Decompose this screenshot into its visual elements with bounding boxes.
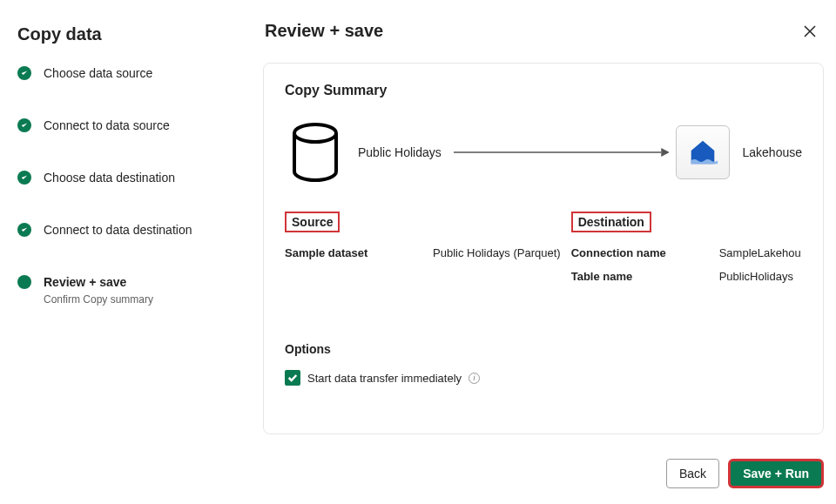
sidebar-title: Copy data <box>17 24 226 44</box>
back-button[interactable]: Back <box>666 459 719 488</box>
checkmark-icon <box>17 66 31 80</box>
footer: Back Save + Run <box>263 434 824 488</box>
start-transfer-checkbox[interactable] <box>285 370 300 386</box>
checkmark-icon <box>17 171 31 185</box>
row-value: PublicHolidays <box>719 270 793 283</box>
row-value: SampleLakehou <box>719 246 801 259</box>
row-key: Table name <box>571 270 719 283</box>
flow-diagram: Public Holidays Lakehouse <box>290 123 802 182</box>
step-label: Review + save <box>44 274 153 290</box>
step-label: Choose data source <box>44 65 152 81</box>
page-title: Review + save <box>265 21 383 41</box>
step-label: Connect to data destination <box>44 222 192 238</box>
source-row-sample-dataset: Sample dataset Public Holidays (Parquet) <box>285 246 561 259</box>
lakehouse-icon <box>676 125 730 179</box>
step-connect-data-source[interactable]: Connect to data source <box>16 118 226 170</box>
options-title: Options <box>285 342 802 356</box>
row-key: Connection name <box>571 246 719 259</box>
destination-heading: Destination <box>571 212 651 232</box>
dest-row-table: Table name PublicHolidays <box>571 270 802 283</box>
step-label: Connect to data source <box>44 118 170 133</box>
svg-marker-2 <box>661 148 670 157</box>
step-choose-data-source[interactable]: Choose data source <box>16 65 226 118</box>
svg-point-0 <box>294 124 336 142</box>
info-icon[interactable]: i <box>469 373 480 384</box>
source-label: Public Holidays <box>358 145 442 159</box>
card-title: Copy Summary <box>285 83 802 98</box>
step-connect-data-destination[interactable]: Connect to data destination <box>16 222 226 274</box>
checkmark-icon <box>17 223 31 237</box>
copy-summary-card: Copy Summary Public Holidays <box>263 63 824 434</box>
main-panel: Review + save Copy Summary Public Holida… <box>244 0 836 504</box>
checkmark-icon <box>17 118 31 132</box>
wizard-steps: Choose data source Connect to data sourc… <box>16 65 226 306</box>
save-run-button[interactable]: Save + Run <box>728 459 824 488</box>
step-choose-data-destination[interactable]: Choose data destination <box>16 170 226 222</box>
arrow-icon <box>454 146 670 158</box>
step-sublabel: Confirm Copy summary <box>44 293 153 306</box>
row-value: Public Holidays (Parquet) <box>433 246 561 259</box>
database-icon <box>290 123 340 182</box>
wizard-sidebar: Copy data Choose data source <box>0 0 244 504</box>
close-button[interactable] <box>799 21 820 42</box>
close-icon <box>804 25 816 37</box>
step-label: Choose data destination <box>44 170 175 185</box>
source-heading: Source <box>285 212 340 232</box>
source-column: Source Sample dataset Public Holidays (P… <box>285 212 561 293</box>
row-key: Sample dataset <box>285 246 433 259</box>
dest-row-connection: Connection name SampleLakehou <box>571 246 802 259</box>
step-review-save[interactable]: Review + save Confirm Copy summary <box>16 274 226 306</box>
options-section: Options Start data transfer immediately … <box>285 342 802 386</box>
dest-label: Lakehouse <box>742 145 802 159</box>
current-step-icon <box>17 275 31 289</box>
start-transfer-label: Start data transfer immediately <box>307 372 462 385</box>
destination-column: Destination Connection name SampleLakeho… <box>571 212 802 293</box>
